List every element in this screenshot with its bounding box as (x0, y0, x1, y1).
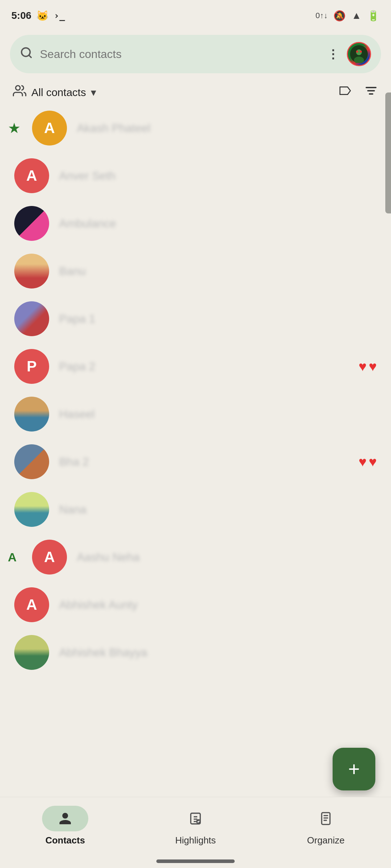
contact-row[interactable]: A Anver Seth (0, 152, 391, 200)
add-contact-fab[interactable]: + (333, 748, 375, 790)
mute-icon: 🔕 (333, 10, 346, 22)
nav-item-highlights[interactable]: Highlights (160, 806, 231, 846)
nav-item-contacts[interactable]: Contacts (30, 806, 101, 846)
avatar: A (14, 158, 49, 193)
contact-name: Papa 2 (59, 360, 349, 373)
contact-row[interactable]: Abhishek Bhayya (0, 629, 391, 676)
contacts-toolbar: All contacts ▾ (0, 77, 391, 104)
plus-icon: + (348, 759, 360, 779)
svg-point-5 (356, 51, 358, 53)
contact-row[interactable]: Ambulance (0, 200, 391, 247)
battery-icon: 🔋 (367, 10, 380, 22)
search-bar[interactable]: ⋮ (10, 35, 381, 73)
hearts-indicator: ♥ ♥ (359, 359, 377, 374)
star-icon: ★ (8, 120, 21, 136)
contact-name: Bha 2 (59, 455, 349, 469)
organize-nav-icon (303, 806, 349, 831)
avatar (14, 254, 49, 289)
label-icon[interactable] (339, 84, 353, 100)
organize-nav-label: Organize (307, 835, 345, 846)
contact-name: Ambulance (59, 217, 377, 230)
contact-row[interactable]: A A Aashu Neha (0, 533, 391, 581)
status-right: 0↑↓ 🔕 ▲ 🔋 (316, 10, 380, 22)
search-input[interactable] (40, 48, 320, 61)
contact-row[interactable]: Haseel (0, 390, 391, 438)
search-icon (20, 46, 33, 62)
contact-row[interactable]: ★ A Akash Phateel (0, 104, 391, 152)
contact-row[interactable]: P Papa 2 ♥ ♥ (0, 343, 391, 390)
all-contacts-label: All contacts (31, 86, 86, 99)
avatar (14, 206, 49, 241)
wifi-icon: ▲ (351, 10, 361, 21)
chevron-down-icon: ▾ (91, 86, 96, 99)
data-icon: 0↑↓ (316, 11, 328, 20)
contact-name: Abhishek Aunty (59, 598, 377, 612)
toolbar-actions (339, 84, 378, 100)
cat-icon: 🐱 (36, 10, 49, 22)
avatar (14, 635, 49, 670)
avatar: A (14, 587, 49, 622)
contacts-nav-label: Contacts (45, 835, 85, 846)
filter-icon[interactable] (364, 84, 378, 100)
avatar (14, 397, 49, 432)
avatar (14, 492, 49, 527)
svg-line-1 (29, 55, 31, 58)
highlights-nav-label: Highlights (175, 835, 216, 846)
contact-row[interactable]: Papa 1 (0, 295, 391, 343)
contact-name: Nana (59, 503, 377, 516)
svg-point-6 (360, 51, 362, 53)
status-time: 5:06 (11, 10, 31, 21)
heart-icon: ♥ (369, 454, 377, 470)
profile-avatar[interactable] (347, 42, 371, 66)
contact-name: Haseel (59, 408, 377, 421)
people-icon (13, 84, 26, 101)
home-indicator (156, 859, 235, 863)
avatar: P (14, 349, 49, 384)
contacts-filter-dropdown[interactable]: All contacts ▾ (13, 84, 96, 101)
contact-row[interactable]: Banu (0, 247, 391, 295)
contact-name: Abhishek Bhayya (59, 646, 377, 659)
highlights-nav-icon (172, 806, 219, 831)
avatar (14, 444, 49, 479)
nav-item-organize[interactable]: Organize (290, 806, 361, 846)
status-left: 5:06 🐱 ›_ (11, 10, 65, 22)
status-bar: 5:06 🐱 ›_ 0↑↓ 🔕 ▲ 🔋 (0, 0, 391, 28)
contact-name: Banu (59, 265, 377, 278)
avatar: A (32, 111, 67, 145)
contact-row[interactable]: A Abhishek Aunty (0, 581, 391, 629)
bottom-nav: Contacts Highlights Organize (0, 797, 391, 868)
avatar (14, 301, 49, 336)
heart-icon: ♥ (359, 454, 367, 470)
section-letter: A (8, 550, 17, 564)
avatar: A (32, 540, 67, 575)
contact-name: Akash Phateel (77, 122, 377, 135)
heart-icon: ♥ (369, 359, 377, 374)
search-bar-container: ⋮ (0, 28, 391, 77)
contact-name: Anver Seth (59, 169, 377, 182)
contacts-list: ★ A Akash Phateel A Anver Seth Ambulance… (0, 104, 391, 676)
heart-icon: ♥ (359, 359, 367, 374)
contact-row[interactable]: Nana (0, 486, 391, 533)
svg-point-7 (16, 86, 20, 90)
hearts-indicator: ♥ ♥ (359, 454, 377, 470)
contacts-nav-icon (42, 806, 88, 831)
terminal-icon: ›_ (54, 10, 65, 21)
more-options-icon[interactable]: ⋮ (327, 47, 340, 61)
contact-name: Papa 1 (59, 312, 377, 326)
contact-row[interactable]: Bha 2 ♥ ♥ (0, 438, 391, 486)
contact-name: Aashu Neha (77, 551, 377, 564)
